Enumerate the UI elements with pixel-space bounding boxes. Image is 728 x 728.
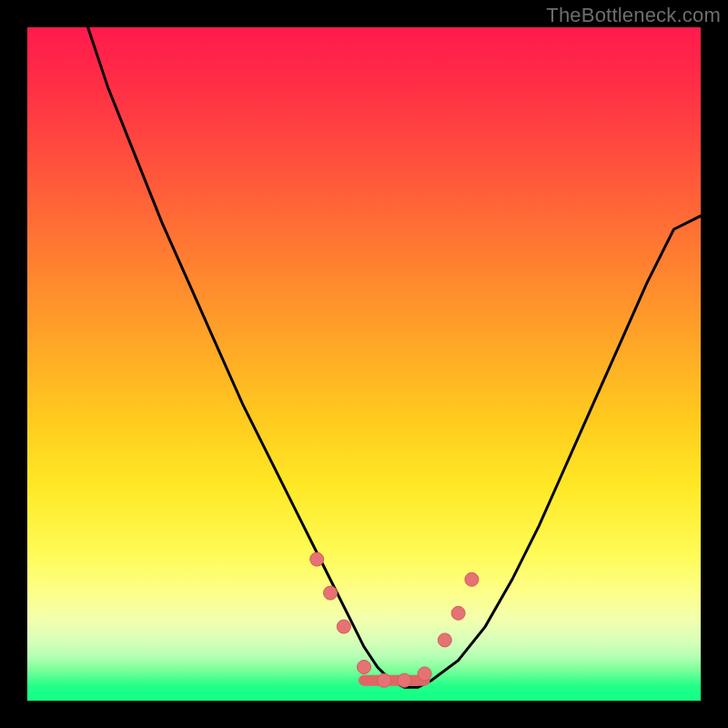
chart-svg (27, 27, 701, 701)
curve-group (88, 27, 701, 687)
marker-flat-4 (418, 667, 431, 681)
chart-frame: TheBottleneck.com (0, 0, 728, 728)
marker-flat-3 (398, 673, 411, 687)
marker-left-1 (310, 552, 324, 566)
marker-group (310, 552, 479, 687)
bottleneck-curve (88, 27, 701, 687)
marker-right-3 (465, 572, 479, 586)
marker-flat-2 (378, 673, 391, 687)
marker-left-3 (337, 620, 350, 633)
watermark-text: TheBottleneck.com (546, 4, 721, 27)
plot-area (27, 27, 701, 701)
marker-flat-1 (358, 661, 371, 674)
marker-right-2 (451, 606, 465, 620)
marker-left-2 (324, 586, 338, 600)
marker-right-1 (438, 633, 451, 647)
